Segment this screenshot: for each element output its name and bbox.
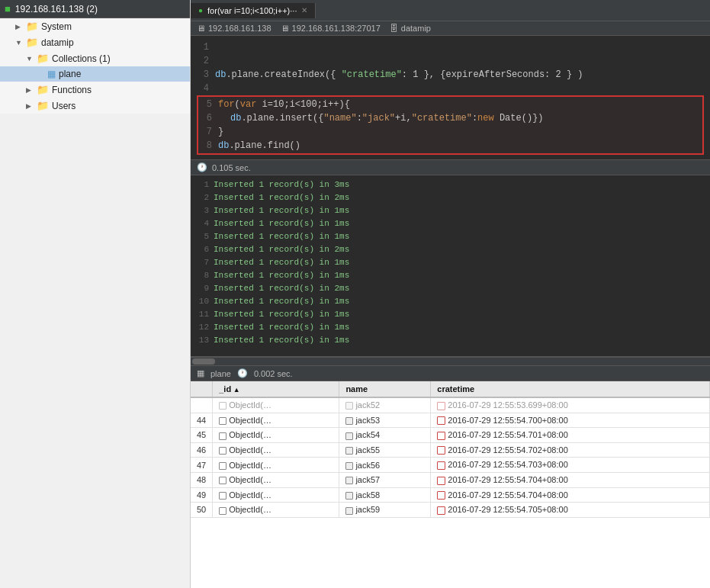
col-header-name[interactable]: name: [339, 381, 431, 397]
conn-server1-label: 192.168.161.138: [208, 24, 271, 33]
output-line: 7Inserted 1 record(s) in 1ms: [197, 256, 704, 269]
table-row[interactable]: 49 ObjectId(… jack58 2016-07-29 12:55:54…: [191, 487, 710, 503]
db-icon: 🗄: [390, 24, 398, 33]
folder-icon-functions: 📁: [37, 84, 49, 95]
object-id-icon: [219, 462, 226, 470]
code-line-2: 2: [197, 54, 704, 68]
clock-icon-results: 🕐: [237, 368, 248, 378]
cell-name: jack55: [339, 442, 431, 458]
table-row[interactable]: ObjectId(… jack52 2016-07-29 12:55:53.69…: [191, 397, 710, 413]
row-num: 49: [191, 487, 213, 503]
output-line: 10Inserted 1 record(s) in 1ms: [197, 295, 704, 308]
cell-date: 2016-07-29 12:55:54.704+08:00: [431, 487, 710, 503]
folder-icon: 📁: [26, 21, 38, 32]
results-time: 0.002 sec.: [254, 369, 293, 378]
horizontal-scrollbar[interactable]: [191, 357, 710, 366]
sidebar-item-functions[interactable]: ▶ 📁 Functions: [0, 82, 190, 98]
cell-id: ObjectId(…: [213, 458, 339, 473]
sidebar: ■ 192.168.161.138 (2) ▶ 📁 System ▼ 📁 dat…: [0, 0, 191, 588]
object-id-icon: [219, 447, 226, 455]
tab-dot-icon: ●: [198, 6, 203, 14]
table-row[interactable]: 45 ObjectId(… jack54 2016-07-29 12:55:54…: [191, 428, 710, 443]
calendar-icon: [437, 416, 445, 425]
chevron-right-icon-functions: ▶: [26, 86, 34, 94]
output-line-text: Inserted 1 record(s) in 2ms: [214, 282, 349, 295]
sidebar-item-users[interactable]: ▶ 📁 Users: [0, 98, 190, 114]
cell-date: 2016-07-29 12:55:54.701+08:00: [431, 428, 710, 443]
col-header-cratetime[interactable]: cratetime: [431, 381, 710, 397]
highlighted-block: 5 for(var i=10;i<100;i++){ 6 db.plane.in…: [197, 95, 704, 155]
name-field-icon: [345, 432, 353, 440]
output-line-num: 1: [197, 178, 209, 191]
cell-id: ObjectId(…: [213, 442, 339, 458]
row-num: 47: [191, 458, 213, 473]
output-line-text: Inserted 1 record(s) in 3ms: [214, 178, 349, 191]
table-icon: ▦: [197, 368, 204, 378]
chevron-down-icon: ▼: [15, 39, 23, 47]
output-line-num: 12: [197, 321, 209, 334]
row-num: 46: [191, 442, 213, 458]
table-row[interactable]: 46 ObjectId(… jack55 2016-07-29 12:55:54…: [191, 442, 710, 458]
folder-icon-collections: 📁: [37, 53, 49, 64]
name-field-icon: [345, 402, 353, 410]
calendar-icon: [437, 491, 445, 500]
conn-server2-label: 192.168.161.138:27017: [292, 24, 381, 33]
row-num: 50: [191, 503, 213, 518]
code-line-3: 3 db.plane.createIndex({ "cratetime": 1 …: [197, 68, 704, 82]
object-id-icon: [219, 492, 226, 500]
cell-name: jack52: [339, 397, 431, 413]
cell-name: jack56: [339, 458, 431, 473]
output-line-text: Inserted 1 record(s) in 1ms: [214, 334, 349, 347]
object-id-icon: [219, 417, 226, 425]
name-field-icon: [345, 447, 353, 455]
output-line-text: Inserted 1 record(s) in 1ms: [214, 295, 349, 308]
cell-name: jack54: [339, 428, 431, 443]
cell-date: 2016-07-29 12:55:54.700+08:00: [431, 413, 710, 428]
code-line-7: 7 }: [200, 125, 701, 139]
tab-close-button[interactable]: ✕: [301, 6, 307, 14]
sidebar-item-plane[interactable]: ▦ plane: [0, 66, 190, 82]
table-row[interactable]: 47 ObjectId(… jack56 2016-07-29 12:55:54…: [191, 458, 710, 473]
cell-date: 2016-07-29 12:55:53.699+08:00: [431, 397, 710, 413]
output-line: 13Inserted 1 record(s) in 1ms: [197, 334, 704, 347]
output-line: 11Inserted 1 record(s) in 1ms: [197, 308, 704, 321]
sidebar-item-users-label: Users: [52, 101, 75, 111]
sidebar-server-label: 192.168.161.138 (2): [15, 4, 98, 14]
table-row[interactable]: 48 ObjectId(… jack57 2016-07-29 12:55:54…: [191, 472, 710, 487]
row-num: 44: [191, 413, 213, 428]
sidebar-item-datamip-label: datamip: [41, 37, 74, 48]
code-line-6: 6 db.plane.insert({"name":"jack"+i,"crat…: [200, 111, 701, 125]
sidebar-item-system[interactable]: ▶ 📁 System: [0, 18, 190, 34]
sidebar-server-header[interactable]: ■ 192.168.161.138 (2): [0, 0, 190, 18]
output-line-num: 7: [197, 256, 209, 269]
col-header-id[interactable]: _id: [213, 381, 339, 397]
cell-date: 2016-07-29 12:55:54.702+08:00: [431, 442, 710, 458]
table-row[interactable]: 44 ObjectId(… jack53 2016-07-29 12:55:54…: [191, 413, 710, 428]
tab-query[interactable]: ● for(var i=10;i<100;i++)··· ✕: [191, 3, 316, 18]
sidebar-item-datamip[interactable]: ▼ 📁 datamip: [0, 34, 190, 50]
results-collection: plane: [210, 369, 231, 378]
sidebar-tree: ▶ 📁 System ▼ 📁 datamip ▼ 📁 Collections (…: [0, 18, 190, 114]
table-row[interactable]: 50 ObjectId(… jack59 2016-07-29 12:55:54…: [191, 503, 710, 518]
col-header-rownum: [191, 381, 213, 397]
results-table-wrapper: _id name cratetime ObjectId(… jack52 201…: [191, 381, 710, 588]
output-line-text: Inserted 1 record(s) in 1ms: [214, 269, 349, 282]
name-field-icon: [345, 492, 353, 500]
clock-icon: 🕐: [197, 162, 207, 172]
output-line-text: Inserted 1 record(s) in 2ms: [214, 191, 349, 204]
results-bar: ▦ plane 🕐 0.002 sec.: [191, 366, 710, 381]
folder-icon-users: 📁: [37, 100, 49, 111]
calendar-icon: [437, 461, 445, 470]
connection-bar: 🖥 192.168.161.138 🖥 192.168.161.138:2701…: [191, 21, 710, 36]
main-panel: ● for(var i=10;i<100;i++)··· ✕ 🖥 192.168…: [191, 0, 710, 588]
sidebar-item-collections[interactable]: ▼ 📁 Collections (1): [0, 50, 190, 66]
cell-date: 2016-07-29 12:55:54.703+08:00: [431, 458, 710, 473]
output-line-num: 13: [197, 334, 209, 347]
scrollbar-thumb[interactable]: [192, 358, 215, 365]
results-table: _id name cratetime ObjectId(… jack52 201…: [191, 381, 710, 518]
output-line-text: Inserted 1 record(s) in 2ms: [214, 243, 349, 256]
sidebar-item-functions-label: Functions: [52, 85, 92, 95]
output-line-text: Inserted 1 record(s) in 1ms: [214, 321, 349, 334]
output-line: 2Inserted 1 record(s) in 2ms: [197, 191, 704, 204]
code-editor[interactable]: 1 2 3 db.plane.createIndex({ "cratetime"…: [191, 36, 710, 159]
